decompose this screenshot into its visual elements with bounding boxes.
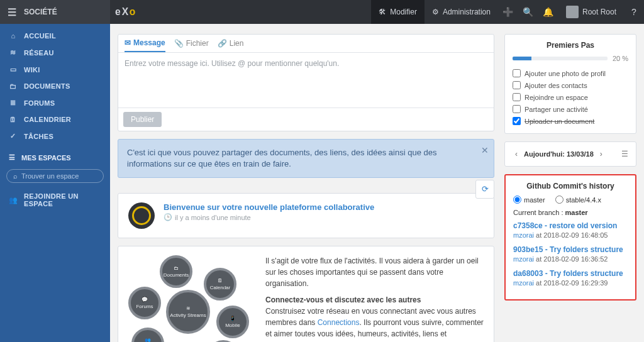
spaces-section: ☰ MES ESPACES bbox=[0, 145, 110, 165]
prev-day-button[interactable]: ‹ bbox=[513, 148, 520, 160]
admin-label: Administration bbox=[443, 8, 491, 16]
sidebar-item-4[interactable]: ≣FORUMS bbox=[0, 94, 110, 111]
post-title[interactable]: Bienvenue sur votre nouvelle plateforme … bbox=[164, 202, 374, 212]
connections-link[interactable]: Connections bbox=[318, 318, 360, 327]
wrench-icon: 🛠 bbox=[379, 8, 386, 16]
sidebar-item-6[interactable]: ✓TÂCHES bbox=[0, 128, 110, 145]
user-menu[interactable]: Root Root bbox=[558, 0, 624, 24]
bubble-calendar: 🗓Calendar bbox=[204, 268, 236, 301]
bubble-activity: ≋Activity Streams bbox=[166, 290, 210, 334]
hint-banner: C'est ici que vous pouvez partager des d… bbox=[118, 139, 494, 178]
gear-icon: ⚙ bbox=[432, 8, 439, 16]
sidebar-item-label: FORUMS bbox=[24, 99, 55, 107]
sidebar-item-5[interactable]: 🗓CALENDRIER bbox=[0, 111, 110, 128]
tab-message[interactable]: ✉Message bbox=[125, 38, 165, 52]
space-search[interactable]: ⌕ bbox=[6, 169, 104, 183]
link-icon: 🔗 bbox=[218, 39, 227, 48]
svg-text:o: o bbox=[129, 6, 135, 17]
github-panel: Github Commit's history master stable/4.… bbox=[504, 174, 636, 301]
commit-0[interactable]: c7358ce - restore old versionmzorai at 2… bbox=[513, 221, 628, 239]
step-0[interactable]: Ajouter une photo de profil bbox=[513, 67, 628, 79]
calendar-options-button[interactable]: ☰ bbox=[621, 150, 628, 158]
welcome-card: 🗀Documents 🗓Calendar 💬Forums ≋Activity S… bbox=[118, 246, 494, 342]
step-4[interactable]: Uploader un document bbox=[513, 115, 628, 127]
calendar-bar: ‹ Aujourd'hui: 13/03/18 › ☰ bbox=[504, 141, 636, 167]
bubble-connections: 👥Connections bbox=[131, 328, 164, 342]
bubble-mobile: 📱Mobile bbox=[216, 306, 249, 338]
publish-button[interactable]: Publier bbox=[123, 112, 162, 127]
refresh-button[interactable]: ⟳ bbox=[475, 180, 494, 199]
search-button[interactable]: 🔍 bbox=[518, 7, 538, 17]
attach-icon: 📎 bbox=[174, 39, 184, 48]
nav-icon: 🗀 bbox=[9, 82, 18, 90]
commit-1[interactable]: 903be15 - Try folders structuremzorai at… bbox=[513, 245, 628, 263]
branch-master-radio[interactable]: master bbox=[513, 196, 545, 204]
bubble-documents: 🗀Documents bbox=[160, 255, 192, 288]
help-button[interactable]: ? bbox=[624, 7, 644, 17]
sidebar: ⌂ACCUEIL≋RÉSEAU▭WIKI🗀DOCUMENTS≣FORUMS🗓CA… bbox=[0, 24, 110, 342]
hint-text: C'est ici que vous pouvez partager des d… bbox=[127, 148, 436, 168]
post-time: il y a moins d'une minute bbox=[175, 214, 251, 221]
refresh-icon: ⟳ bbox=[482, 184, 489, 195]
close-icon[interactable]: ✕ bbox=[481, 145, 489, 157]
logo[interactable]: eXo bbox=[110, 4, 157, 19]
nav-icon: ≋ bbox=[9, 48, 18, 57]
commit-2[interactable]: da68003 - Try folders structuremzorai at… bbox=[513, 269, 628, 287]
nav-icon: 🗓 bbox=[9, 116, 18, 123]
sidebar-item-0[interactable]: ⌂ACCUEIL bbox=[0, 28, 110, 44]
sidebar-item-2[interactable]: ▭WIKI bbox=[0, 61, 110, 78]
join-space-label: REJOINDRE UN ESPACE bbox=[24, 192, 101, 207]
progress-bar bbox=[513, 57, 608, 60]
first-steps-title: Premiers Pas bbox=[513, 41, 628, 50]
welcome-post-header: Bienvenue sur votre nouvelle plateforme … bbox=[118, 193, 494, 238]
avatar bbox=[566, 6, 579, 18]
svg-text:e: e bbox=[115, 6, 121, 17]
step-2[interactable]: Rejoindre un espace bbox=[513, 91, 628, 103]
spaces-label: MES ESPACES bbox=[21, 154, 71, 162]
search-icon: ⌕ bbox=[13, 172, 18, 180]
post-avatar bbox=[128, 202, 155, 229]
step-1[interactable]: Ajouter des contacts bbox=[513, 79, 628, 91]
space-search-input[interactable] bbox=[21, 172, 108, 180]
message-icon: ✉ bbox=[125, 38, 131, 47]
sidebar-item-label: TÂCHES bbox=[24, 133, 53, 140]
spaces-icon: ☰ bbox=[9, 153, 15, 162]
sidebar-toggle[interactable]: ☰ SOCIÉTÉ bbox=[0, 0, 110, 24]
user-name: Root Root bbox=[582, 8, 616, 16]
sidebar-item-1[interactable]: ≋RÉSEAU bbox=[0, 44, 110, 61]
sidebar-item-label: DOCUMENTS bbox=[24, 82, 70, 90]
sidebar-item-label: WIKI bbox=[24, 66, 40, 74]
sidebar-item-label: RÉSEAU bbox=[24, 49, 54, 57]
nav-icon: ≣ bbox=[9, 99, 18, 107]
first-steps-panel: Premiers Pas 20 % Ajouter une photo de p… bbox=[504, 34, 636, 134]
calendar-label: Aujourd'hui: 13/03/18 bbox=[524, 150, 594, 158]
clock-icon: 🕒 bbox=[164, 213, 172, 221]
modify-button[interactable]: 🛠 Modifier bbox=[371, 0, 425, 24]
society-label: SOCIÉTÉ bbox=[24, 8, 57, 16]
sidebar-item-3[interactable]: 🗀DOCUMENTS bbox=[0, 78, 110, 94]
welcome-graphic: 🗀Documents 🗓Calendar 💬Forums ≋Activity S… bbox=[128, 255, 254, 342]
step-3[interactable]: Partager une activité bbox=[513, 103, 628, 115]
composer: ✉Message 📎Fichier 🔗Lien Entrez votre mes… bbox=[118, 34, 494, 131]
nav-icon: ⌂ bbox=[9, 32, 18, 40]
nav-icon: ▭ bbox=[9, 65, 18, 74]
bubble-forums: 💬Forums bbox=[128, 287, 161, 319]
notifications-button[interactable]: 🔔 bbox=[538, 7, 558, 17]
composer-input[interactable]: Entrez votre message ici. Utilisez @ pou… bbox=[118, 52, 494, 108]
modify-label: Modifier bbox=[390, 8, 417, 16]
tab-file[interactable]: 📎Fichier bbox=[174, 38, 209, 52]
sidebar-item-label: ACCUEIL bbox=[24, 32, 56, 40]
topbar: ☰ SOCIÉTÉ eXo 🛠 Modifier ⚙ Administratio… bbox=[0, 0, 644, 24]
next-day-button[interactable]: › bbox=[597, 148, 605, 160]
admin-button[interactable]: ⚙ Administration bbox=[425, 0, 498, 24]
join-space-link[interactable]: 👥 REJOINDRE UN ESPACE bbox=[0, 188, 110, 212]
nav-icon: ✓ bbox=[9, 132, 18, 140]
hamburger-icon: ☰ bbox=[0, 6, 24, 18]
github-title: Github Commit's history bbox=[513, 182, 628, 190]
progress-percent: 20 % bbox=[613, 55, 628, 62]
branch-stable-radio[interactable]: stable/4.4.x bbox=[555, 196, 601, 204]
sidebar-item-label: CALENDRIER bbox=[24, 116, 71, 123]
add-button[interactable]: ➕ bbox=[498, 7, 518, 17]
tab-link[interactable]: 🔗Lien bbox=[218, 38, 244, 52]
people-icon: 👥 bbox=[9, 196, 18, 204]
